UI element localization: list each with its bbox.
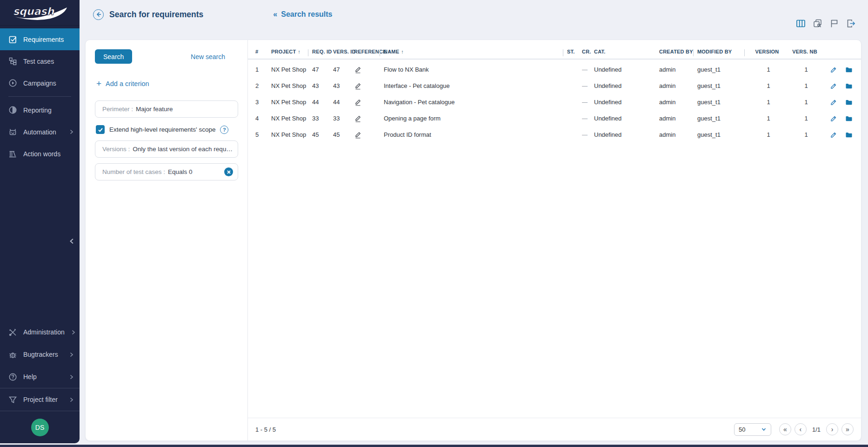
reporting-pie-icon: [8, 106, 17, 115]
sidebar-item-reporting[interactable]: Reporting: [0, 99, 80, 121]
sidebar-collapse-icon[interactable]: [66, 235, 77, 247]
criterion-chip-test-cases[interactable]: Number of test cases : Equals 0: [95, 163, 238, 180]
edit-reference-icon[interactable]: [354, 131, 362, 139]
sidebar-item-label: Help: [23, 373, 37, 380]
criterion-chip-perimeter[interactable]: Perimeter : Major feature: [95, 100, 238, 118]
table-row[interactable]: 3 NX Pet Shop 44 44 Navigation - Pet cat…: [248, 94, 861, 110]
open-folder-icon[interactable]: [845, 99, 853, 106]
edit-row-icon[interactable]: [830, 82, 837, 90]
sidebar-item-automation[interactable]: Automation: [0, 121, 80, 143]
edit-reference-icon[interactable]: [354, 66, 362, 73]
new-search-link[interactable]: New search: [191, 53, 225, 60]
table-row[interactable]: 4 NX Pet Shop 33 33 Opening a page form …: [248, 110, 861, 127]
column-header-name[interactable]: NAME↑: [384, 49, 567, 54]
export-icon[interactable]: [846, 19, 856, 28]
column-header-vers-id[interactable]: VERS. ID: [333, 49, 354, 54]
cell-version: 1: [748, 131, 788, 138]
cell-created-by: admin: [659, 115, 697, 122]
cell-version: 1: [748, 66, 788, 73]
remove-criterion-icon[interactable]: [224, 167, 233, 176]
sidebar-item-bugtrackers[interactable]: Bugtrackers: [0, 343, 80, 366]
cell-modified-by: guest_t1: [697, 131, 748, 138]
column-header-created-by[interactable]: CREATED BY: [659, 49, 697, 54]
search-results-link[interactable]: « Search results: [273, 10, 332, 19]
open-folder-icon[interactable]: [845, 82, 853, 90]
sidebar-item-campaigns[interactable]: Campaigns: [0, 72, 80, 94]
row-index: 1: [255, 66, 271, 73]
cell-name[interactable]: Interface - Pet catalogue: [384, 82, 567, 89]
sidebar-item-help[interactable]: Help: [0, 366, 80, 388]
edit-row-icon[interactable]: [830, 99, 837, 106]
cell-name[interactable]: Navigation - Pet catalogue: [384, 99, 567, 106]
sidebar-item-requirements[interactable]: Requirements: [0, 28, 80, 50]
cell-modified-by: guest_t1: [697, 82, 748, 89]
table-row[interactable]: 1 NX Pet Shop 47 47 Flow to NX Bank — Un…: [248, 61, 861, 78]
page-size-select[interactable]: 50: [734, 423, 771, 436]
edit-reference-icon[interactable]: [354, 98, 362, 106]
sidebar-item-action-words[interactable]: Action words: [0, 143, 80, 165]
cell-vers-id: 47: [333, 66, 354, 73]
column-header-num[interactable]: #: [255, 49, 271, 54]
avatar[interactable]: DS: [31, 419, 49, 436]
cell-req-id: 43: [312, 82, 333, 89]
cell-category: Undefined: [594, 99, 659, 106]
table-row[interactable]: 5 NX Pet Shop 45 45 Product ID format — …: [248, 127, 861, 143]
column-header-category[interactable]: CAT.: [594, 49, 659, 54]
chevron-right-icon: [69, 352, 74, 357]
edit-row-icon[interactable]: [830, 66, 837, 73]
flag-icon[interactable]: [829, 19, 839, 28]
chevron-down-icon: [761, 427, 767, 432]
column-header-modified-by[interactable]: MODIFIED BY: [697, 49, 748, 54]
cell-project: NX Pet Shop: [271, 115, 312, 122]
cell-name[interactable]: Flow to NX Bank: [384, 66, 567, 73]
open-folder-icon[interactable]: [845, 115, 853, 122]
back-button[interactable]: [93, 9, 104, 20]
cell-modified-by: guest_t1: [697, 99, 748, 106]
edit-reference-icon[interactable]: [354, 114, 362, 122]
cell-vers-nb: 1: [788, 115, 824, 122]
mass-edit-icon[interactable]: [813, 19, 822, 28]
sidebar-item-label: Bugtrackers: [23, 351, 58, 358]
extend-scope-checkbox[interactable]: [96, 125, 105, 134]
bugtrackers-bug-icon: [8, 350, 17, 359]
columns-icon[interactable]: [796, 19, 806, 28]
sidebar-item-administration[interactable]: Administration: [0, 321, 80, 343]
next-page-button[interactable]: ›: [826, 423, 838, 435]
column-header-vers-nb[interactable]: VERS. NB: [788, 49, 824, 54]
criterion-chip-versions[interactable]: Versions : Only the last version of each…: [95, 140, 238, 158]
column-header-req-id[interactable]: REQ. ID: [312, 49, 333, 54]
column-header-reference[interactable]: REFERENCE↑: [354, 49, 384, 54]
first-page-button[interactable]: «: [779, 423, 791, 435]
page-title: Search for requirements: [109, 10, 203, 20]
table-footer: 1 - 5 / 5 50 « ‹ 1/1 › »: [248, 418, 861, 440]
result-range-label: 1 - 5 / 5: [255, 426, 276, 433]
cell-criticality: —: [582, 67, 594, 73]
edit-row-icon[interactable]: [830, 131, 837, 139]
squash-logo[interactable]: squash: [0, 0, 80, 26]
help-tooltip-icon[interactable]: ?: [220, 126, 228, 134]
cell-version: 1: [748, 99, 788, 106]
open-folder-icon[interactable]: [845, 131, 853, 139]
sidebar-item-test-cases[interactable]: Test cases: [0, 50, 80, 72]
edit-row-icon[interactable]: [830, 115, 837, 122]
cell-vers-id: 45: [333, 131, 354, 138]
previous-page-button[interactable]: ‹: [795, 423, 807, 435]
edit-reference-icon[interactable]: [354, 82, 362, 90]
column-header-project[interactable]: PROJECT↑: [271, 49, 312, 54]
cell-req-id: 47: [312, 66, 333, 73]
open-folder-icon[interactable]: [845, 66, 853, 73]
cell-modified-by: guest_t1: [697, 66, 748, 73]
column-header-criticality[interactable]: CR.: [582, 49, 594, 54]
add-criterion-button[interactable]: + Add a criterion: [95, 79, 238, 88]
column-header-status[interactable]: ST.: [567, 49, 582, 54]
cell-name[interactable]: Product ID format: [384, 131, 567, 138]
sidebar-item-project-filter[interactable]: Project filter: [0, 388, 80, 411]
table-row[interactable]: 2 NX Pet Shop 43 43 Interface - Pet cata…: [248, 78, 861, 94]
table-header: # PROJECT↑ REQ. ID VERS. ID REFERENCE↑ N…: [248, 45, 861, 60]
last-page-button[interactable]: »: [841, 423, 854, 435]
row-index: 4: [255, 115, 271, 122]
search-button[interactable]: Search: [95, 49, 132, 64]
column-header-version[interactable]: VERSION: [748, 49, 788, 54]
cell-category: Undefined: [594, 66, 659, 73]
cell-name[interactable]: Opening a page form: [384, 115, 567, 122]
